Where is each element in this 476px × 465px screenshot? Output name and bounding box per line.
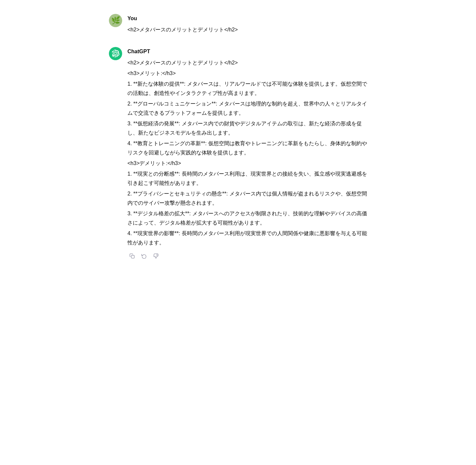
copy-button[interactable] <box>127 251 137 261</box>
regenerate-button[interactable] <box>139 251 149 261</box>
chatgpt-line-3: 1. **新たな体験の提供**: メタバースは、リアルワールドでは不可能な体験を… <box>127 79 367 98</box>
chatgpt-line-4: 2. **グローバルコミュニケーション**: メタバースは地理的な制約を超え、世… <box>127 99 367 118</box>
thumbs-down-icon <box>153 253 159 259</box>
chatgpt-sender-name: ChatGPT <box>127 47 367 56</box>
chatgpt-line-8: 1. **現実との分断感**: 長時間のメタバース利用は、現実世界との接続を失い… <box>127 169 367 188</box>
chatgpt-line-2: <h3>メリット:</h3> <box>127 69 367 78</box>
chatgpt-line-11: 4. **現実世界の影響**: 長時間のメタバース利用が現実世界での人間関係や健… <box>127 229 367 247</box>
svg-rect-0 <box>131 255 134 258</box>
regenerate-icon <box>141 253 147 259</box>
chatgpt-line-1: <h2>メタバースのメリットとデメリット</h2> <box>127 58 367 67</box>
chatgpt-line-9: 2. **プライバシーとセキュリティの懸念**: メタバース内では個人情報が盗ま… <box>127 189 367 208</box>
chatgpt-logo-icon <box>112 50 119 58</box>
user-sender-name: You <box>127 14 367 23</box>
copy-icon <box>129 253 135 259</box>
thumbs-down-button[interactable] <box>151 251 161 261</box>
chatgpt-avatar <box>109 47 122 60</box>
chatgpt-message: ChatGPT <h2>メタバースのメリットとデメリット</h2> <h3>メリ… <box>109 46 367 261</box>
user-message-content: You <h2>メタバースのメリットとデメリット</h2> <box>127 13 367 36</box>
chatgpt-line-5: 3. **仮想経済の発展**: メタバース内での財貨やデジタルアイテムの取引は、… <box>127 119 367 138</box>
chatgpt-line-6: 4. **教育とトレーニングの革新**: 仮想空間は教育やトレーニングに革新をも… <box>127 139 367 157</box>
chat-container: 🌿 You <h2>メタバースのメリットとデメリット</h2> ChatGPT … <box>102 0 374 284</box>
chatgpt-message-content: ChatGPT <h2>メタバースのメリットとデメリット</h2> <h3>メリ… <box>127 46 367 261</box>
chatgpt-line-10: 3. **デジタル格差の拡大**: メタバースへのアクセスが制限されたり、技術的… <box>127 209 367 228</box>
user-message-text: <h2>メタバースのメリットとデメリット</h2> <box>127 25 367 34</box>
user-message: 🌿 You <h2>メタバースのメリットとデメリット</h2> <box>109 13 367 36</box>
chatgpt-line-7: <h3>デメリット:</h3> <box>127 159 367 168</box>
user-avatar: 🌿 <box>109 14 122 27</box>
user-message-body: <h2>メタバースのメリットとデメリット</h2> <box>127 25 367 34</box>
chatgpt-message-text: <h2>メタバースのメリットとデメリット</h2> <h3>メリット:</h3>… <box>127 58 367 247</box>
chatgpt-action-bar <box>127 251 367 261</box>
